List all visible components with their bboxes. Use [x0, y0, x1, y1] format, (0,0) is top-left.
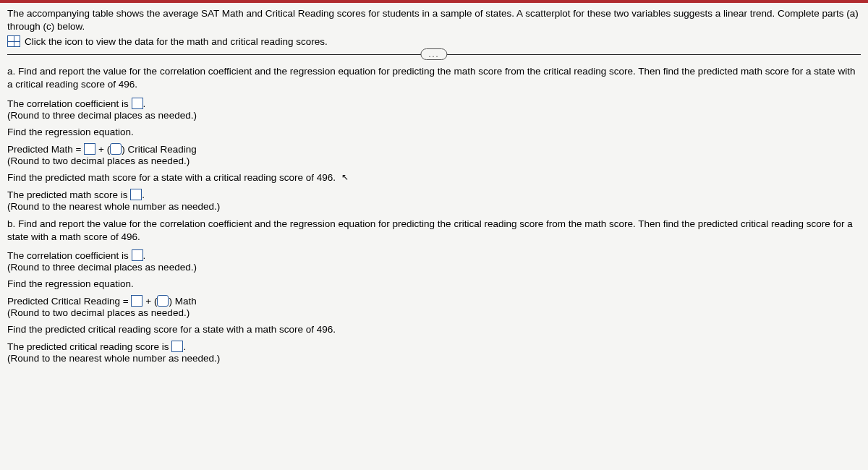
- corr-b-input[interactable]: [132, 249, 143, 261]
- expand-button[interactable]: ...: [420, 48, 447, 60]
- data-link-row[interactable]: Click the icon to view the data for the …: [7, 35, 861, 47]
- reg-eq-b: Predicted Critical Reading = + () Math: [7, 295, 861, 307]
- pred-a-input[interactable]: [130, 189, 142, 200]
- intercept-a-input[interactable]: [84, 143, 95, 155]
- paren-close: ): [122, 144, 125, 155]
- part-b-prompt: b. Find and report the value for the cor…: [7, 218, 861, 244]
- accent-bar: [0, 0, 868, 3]
- find-reg-b: Find the regression equation.: [7, 278, 861, 289]
- problem-intro: The accompanying table shows the average…: [7, 7, 861, 33]
- eq-b-lhs: Predicted Critical Reading =: [7, 296, 129, 307]
- pred-a-line: The predicted math score is .: [7, 189, 861, 200]
- intercept-b-input[interactable]: [131, 295, 142, 307]
- eq-a-lhs: Predicted Math =: [7, 144, 81, 155]
- eq-a-rhs: Critical Reading: [127, 144, 196, 155]
- data-link-text: Click the icon to view the data for the …: [25, 36, 328, 47]
- corr-a-hint: (Round to three decimal places as needed…: [7, 110, 861, 121]
- find-reg-a: Find the regression equation.: [7, 127, 861, 137]
- part-a-corr-line: The correlation coefficient is .: [7, 98, 861, 109]
- find-pred-a-text: Find the predicted math score for a stat…: [7, 172, 336, 183]
- eq-b-plus: +: [145, 296, 151, 307]
- reg-eq-a: Predicted Math = + () Critical Reading: [7, 143, 861, 155]
- period: .: [143, 250, 146, 261]
- pred-a-label: The predicted math score is: [7, 189, 128, 200]
- pred-b-line: The predicted critical reading score is …: [7, 341, 861, 352]
- corr-a-input[interactable]: [132, 98, 143, 109]
- eq-b-rhs: Math: [175, 296, 197, 307]
- pred-b-label: The predicted critical reading score is: [7, 341, 169, 352]
- find-pred-a: Find the predicted math score for a stat…: [7, 172, 861, 183]
- pred-b-hint: (Round to the nearest whole number as ne…: [7, 353, 861, 364]
- slope-b-input[interactable]: [157, 295, 169, 307]
- cursor-icon: ↖: [341, 172, 349, 182]
- part-a-prompt: a. Find and report the value for the cor…: [7, 65, 861, 91]
- section-divider: ...: [7, 54, 861, 55]
- corr-b-label: The correlation coefficient is: [7, 250, 129, 261]
- corr-b-hint: (Round to three decimal places as needed…: [7, 262, 861, 273]
- find-pred-b: Find the predicted critical reading scor…: [7, 324, 861, 335]
- part-b-corr-line: The correlation coefficient is .: [7, 249, 861, 261]
- period: .: [183, 341, 186, 352]
- paren-close-b: ): [169, 296, 172, 307]
- eq-a-plus: +: [98, 144, 104, 155]
- corr-label: The correlation coefficient is: [7, 98, 129, 109]
- pred-b-input[interactable]: [171, 341, 183, 352]
- period: .: [142, 189, 145, 200]
- table-icon: [7, 35, 20, 47]
- slope-a-input[interactable]: [110, 143, 122, 155]
- period: .: [143, 98, 146, 109]
- eq-a-hint: (Round to two decimal places as needed.): [7, 155, 861, 166]
- eq-b-hint: (Round to two decimal places as needed.): [7, 307, 861, 318]
- pred-a-hint: (Round to the nearest whole number as ne…: [7, 201, 861, 212]
